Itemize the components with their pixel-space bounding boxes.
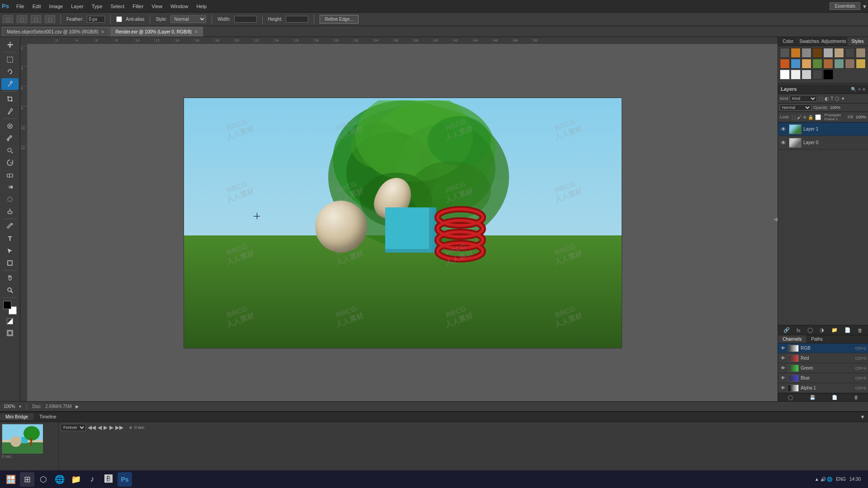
add-mask-btn[interactable]: ◯: [807, 327, 813, 333]
menu-type[interactable]: Type: [88, 3, 106, 10]
tool-options-btn2[interactable]: ⬚: [17, 15, 27, 23]
channel-blue[interactable]: 👁 Blue Ctrl+5: [778, 373, 868, 383]
tool-hand[interactable]: [1, 272, 19, 284]
tool-eraser[interactable]: [1, 169, 19, 181]
taskbar-search[interactable]: ⊞: [20, 472, 34, 487]
layers-search-btn[interactable]: 🔍: [851, 87, 856, 92]
swatch-2-1[interactable]: [780, 59, 790, 69]
swatch-medium-gray[interactable]: [802, 48, 811, 58]
tool-magic-wand[interactable]: [1, 78, 19, 90]
tool-pen[interactable]: [1, 221, 19, 232]
taskbar-taskview[interactable]: ⬡: [36, 472, 51, 487]
mini-bridge-thumb[interactable]: [2, 424, 42, 453]
tool-options-btn4[interactable]: ⬚: [45, 15, 55, 23]
tool-crop[interactable]: [1, 93, 19, 105]
tool-marquee-rect[interactable]: [1, 54, 19, 66]
taskbar-windows[interactable]: 🪟: [4, 472, 18, 487]
taskbar-player[interactable]: ♪: [85, 472, 99, 487]
tool-marquee-lasso[interactable]: [1, 66, 19, 78]
tool-clone-stamp[interactable]: [1, 145, 19, 156]
style-select[interactable]: Normal Fixed Ratio Fixed Size: [170, 15, 206, 23]
channel-alpha1[interactable]: 👁 Alpha 1 Ctrl+6: [778, 383, 868, 393]
swatch-dark-brown[interactable]: [812, 48, 822, 58]
channel-red[interactable]: 👁 Red Ctrl+3: [778, 353, 868, 363]
fg-color-chip[interactable]: [3, 301, 11, 309]
filter-adj-icon[interactable]: ◐: [825, 96, 829, 102]
tool-type[interactable]: T: [1, 233, 19, 244]
layers-add-btn[interactable]: +: [858, 87, 861, 92]
save-channel-btn[interactable]: 💾: [810, 395, 815, 400]
add-style-btn[interactable]: fx: [797, 328, 801, 333]
tab-render[interactable]: Render.exr @ 100% (Layer 0, RGB/8) ✕: [110, 27, 203, 37]
menu-filter[interactable]: Filter: [129, 3, 147, 10]
filter-shape-icon[interactable]: ⬡: [835, 96, 840, 102]
tool-zoom[interactable]: [1, 284, 19, 296]
bottom-tab-timeline[interactable]: Timeline: [34, 413, 62, 420]
doc-arrow[interactable]: ▶: [75, 404, 79, 409]
layers-menu-btn[interactable]: ≡: [863, 87, 865, 92]
feather-input[interactable]: [87, 16, 105, 23]
menu-help[interactable]: Help: [193, 3, 210, 10]
layer-item-1[interactable]: 👁 Layer 1: [778, 122, 868, 136]
swatch-2-6[interactable]: [834, 59, 844, 69]
tl-forward-btn[interactable]: ▶▶: [115, 424, 123, 431]
canvas-image[interactable]: RRCG人人素材 RRCG人人素材 RRCG人人素材 RRCG人人素材 RRCG…: [184, 98, 622, 348]
lock-position-icon[interactable]: ✛: [803, 115, 807, 120]
canvas-area[interactable]: RRCG人人素材 RRCG人人素材 RRCG人人素材 RRCG人人素材 RRCG…: [28, 44, 778, 401]
swatch-dark-1[interactable]: [845, 48, 855, 58]
tool-path-selection[interactable]: [1, 245, 19, 257]
swatch-orange[interactable]: [791, 48, 801, 58]
menu-window[interactable]: Window: [167, 3, 192, 10]
new-adj-layer-btn[interactable]: ◑: [820, 327, 824, 333]
fg-bg-colors[interactable]: [1, 300, 19, 315]
ch-tab-paths[interactable]: Paths: [807, 335, 828, 343]
new-group-btn[interactable]: 📁: [831, 327, 838, 333]
menu-edit[interactable]: Edit: [29, 3, 45, 10]
propagate-checkbox[interactable]: [815, 114, 821, 120]
layer-1-visibility[interactable]: 👁: [780, 126, 787, 133]
channel-rgb[interactable]: 👁 RGB Ctrl+2: [778, 343, 868, 353]
panel-tab-adjustments[interactable]: Adjustments: [821, 37, 848, 46]
layers-filter-select[interactable]: Kind Name Effect Mode Attribute: [790, 95, 817, 102]
filter-smart-icon[interactable]: ✦: [841, 96, 845, 102]
swatch-warm-gray[interactable]: [856, 48, 866, 58]
workspace-menu-button[interactable]: ▾: [863, 3, 866, 10]
rgb-visibility[interactable]: 👁: [780, 345, 786, 352]
timeline-loop-select[interactable]: Forever Once 3 Times: [61, 424, 86, 431]
panel-tab-styles[interactable]: Styles: [848, 37, 868, 46]
blue-visibility[interactable]: 👁: [780, 375, 786, 381]
tool-gradient[interactable]: [1, 181, 19, 193]
tool-options-btn1[interactable]: ⬚: [3, 15, 13, 23]
taskbar-explorer[interactable]: 📁: [69, 472, 83, 487]
swatch-3-4[interactable]: [812, 70, 822, 80]
link-layers-btn[interactable]: 🔗: [783, 327, 790, 333]
bottom-panel-close[interactable]: ▼: [860, 414, 865, 420]
tool-spot-heal[interactable]: [1, 120, 19, 132]
bottom-tab-minibridge[interactable]: Mini Bridge: [0, 413, 34, 420]
swatch-dark-gray[interactable]: [780, 48, 790, 58]
panel-tab-swatches[interactable]: Swatches: [798, 37, 820, 46]
alpha-visibility[interactable]: 👁: [780, 385, 786, 391]
tl-add-frame-btn[interactable]: +: [129, 424, 132, 431]
swatch-2-2[interactable]: [791, 59, 801, 69]
swatch-3-3[interactable]: [802, 70, 811, 80]
layer-0-visibility[interactable]: 👁: [780, 139, 787, 146]
lock-all-icon[interactable]: 🔒: [808, 115, 813, 120]
tool-history-brush[interactable]: [1, 157, 19, 169]
tool-options-btn3[interactable]: ⬚: [31, 15, 41, 23]
tl-rewind-btn[interactable]: ◀◀: [88, 424, 96, 431]
taskbar-bridge[interactable]: 🅱: [101, 472, 116, 487]
lock-transparent-icon[interactable]: ⬚: [792, 115, 796, 120]
load-channel-btn[interactable]: ◯: [788, 395, 793, 400]
taskbar-photoshop[interactable]: Ps: [118, 472, 132, 487]
tool-brush[interactable]: [1, 132, 19, 144]
menu-select[interactable]: Select: [107, 3, 128, 10]
tool-dodge[interactable]: [1, 206, 19, 217]
layer-item-0[interactable]: 👁 Layer 0: [778, 136, 868, 150]
tool-eyedropper[interactable]: [1, 105, 19, 117]
menu-image[interactable]: Image: [46, 3, 67, 10]
delete-channel-btn[interactable]: 🗑: [854, 395, 859, 400]
swatch-2-7[interactable]: [845, 59, 855, 69]
swatch-2-8[interactable]: [856, 59, 866, 69]
blend-mode-select[interactable]: Normal Dissolve Multiply Screen: [780, 104, 811, 111]
